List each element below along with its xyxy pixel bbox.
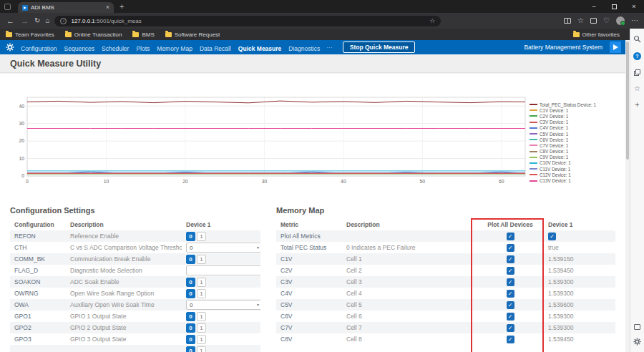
toggle-option-0[interactable]: 0 [186, 232, 195, 241]
line-chart[interactable]: 0102030400102030405060 [7, 92, 530, 187]
other-favorites[interactable]: Other favorites [573, 31, 638, 38]
legend-item[interactable]: C3V Device: 1 [530, 119, 615, 125]
nav-item-diagnostics[interactable]: Diagnostics [285, 45, 323, 52]
refresh-icon[interactable]: ↻ [34, 17, 40, 24]
device1-cell: 1.539300 [544, 278, 613, 285]
split-screen-icon[interactable] [564, 18, 571, 24]
toggle-option-1[interactable]: 1 [197, 289, 206, 298]
settings-gear-icon[interactable] [633, 338, 641, 346]
tab-close-icon[interactable]: × [106, 4, 109, 11]
plot-checkbox[interactable]: ✓ [507, 301, 514, 309]
forward-icon[interactable]: → [20, 17, 29, 25]
legend-item[interactable]: C4V Device: 1 [530, 125, 615, 131]
legend-item[interactable]: C7V Device: 1 [530, 142, 615, 148]
legend-item[interactable]: C12V Device: 1 [530, 172, 615, 177]
toggle-COMM_BK[interactable]: 01 [186, 255, 206, 264]
new-tab-button[interactable]: + [119, 2, 124, 11]
plot-checkbox[interactable]: ✓ [507, 255, 514, 263]
legend-item[interactable]: C9V Device: 1 [530, 155, 615, 160]
bookmark-folder[interactable]: Team Favorites [6, 31, 54, 38]
toggle-option-0[interactable]: 0 [186, 312, 195, 321]
profile-avatar[interactable] [616, 16, 625, 25]
nav-item-memory-map[interactable]: Memory Map [153, 45, 196, 52]
toggle-option-0[interactable]: 0 [186, 278, 195, 287]
select-CTH[interactable]: 0▼ [186, 243, 260, 253]
back-icon[interactable]: ← [6, 17, 15, 25]
browser-essentials-icon[interactable]: ♡ [603, 17, 610, 24]
config-description: GPIO 2 Output State [66, 324, 182, 331]
nav-overflow-icon[interactable]: ··· [323, 44, 336, 51]
plot-checkbox[interactable]: ✓ [507, 278, 514, 286]
workspaces-icon[interactable] [4, 4, 11, 10]
select-OWA[interactable]: 0▼ [186, 300, 260, 310]
more-menu-icon[interactable]: ··· [631, 17, 638, 24]
search-icon[interactable] [633, 35, 641, 43]
legend-item[interactable]: C2V Device: 1 [530, 113, 615, 119]
stop-quick-measure-button[interactable]: Stop Quick Measure [343, 41, 416, 53]
nav-item-quick-measure[interactable]: Quick Measure [235, 45, 285, 52]
legend-item[interactable]: Total_PEC_Status Device: 1 [530, 102, 615, 107]
favorites-icon[interactable]: ☆ [634, 85, 640, 92]
bookmark-folder[interactable]: Online Transaction [65, 31, 122, 38]
bookmark-folder[interactable]: Software Request [165, 31, 220, 38]
toggle-option-1[interactable]: 1 [197, 335, 206, 344]
toggle-row[interactable]: 01 [186, 346, 206, 352]
toggle-option-0[interactable]: 0 [186, 323, 195, 333]
toggle-option-1[interactable]: 1 [197, 312, 206, 321]
legend-item[interactable]: C5V Device: 1 [530, 131, 615, 137]
memory-map-panel: Memory Map Metric Description Plot All D… [276, 206, 615, 352]
bookmark-folder[interactable]: BMS [132, 31, 154, 38]
nav-item-sequences[interactable]: Sequences [61, 45, 99, 52]
plot-checkbox[interactable]: ✓ [507, 324, 514, 332]
browser-tab[interactable]: ADI BMS × [18, 2, 114, 13]
legend-item[interactable]: C1V Device: 1 [530, 107, 615, 113]
add-favorite-star-icon[interactable]: ☆ [429, 17, 435, 24]
toggle-option-1[interactable]: 1 [197, 232, 206, 241]
toggle-GPO1[interactable]: 01 [186, 312, 206, 321]
nav-item-scheduler[interactable]: Scheduler [98, 45, 132, 52]
toggle-OWRNG[interactable]: 01 [186, 289, 206, 298]
toggle-option-1[interactable]: 1 [197, 278, 206, 287]
device1-checkbox[interactable]: ✓ [548, 233, 556, 240]
plot-checkbox[interactable]: ✓ [507, 267, 514, 275]
collections-icon[interactable] [590, 18, 597, 24]
favorites-bar-icon[interactable]: ☆ [577, 17, 584, 24]
legend-item[interactable]: C11V Device: 1 [530, 166, 615, 172]
toggle-option-0[interactable]: 0 [186, 335, 195, 344]
plus-icon[interactable]: + [635, 102, 640, 109]
toggle-SOAKON[interactable]: 01 [186, 278, 206, 287]
legend-item[interactable]: C6V Device: 1 [530, 137, 615, 142]
toggle-option-0[interactable]: 0 [186, 346, 195, 352]
input-FLAG_D[interactable] [186, 265, 260, 275]
close-button[interactable]: × [624, 0, 644, 13]
scrollbar-thumb[interactable] [626, 41, 629, 160]
toggle-option-1[interactable]: 1 [197, 255, 206, 264]
toggle-GPO2[interactable]: 01 [186, 323, 206, 333]
toggle-GPO3[interactable]: 01 [186, 335, 206, 344]
help-icon[interactable]: ? [633, 52, 641, 60]
plot-checkbox[interactable]: ✓ [507, 290, 514, 298]
maximize-button[interactable] [604, 0, 624, 13]
plot-checkbox[interactable]: ✓ [507, 313, 514, 321]
nav-item-data-recall[interactable]: Data Recall [196, 45, 235, 52]
plot-checkbox[interactable]: ✓ [507, 233, 514, 240]
legend-item[interactable]: C8V Device: 1 [530, 149, 615, 155]
minimize-button[interactable]: – [584, 0, 604, 13]
plot-checkbox[interactable]: ✓ [507, 244, 514, 252]
nav-item-configuration[interactable]: Configuration [17, 45, 61, 52]
toggle-option-1[interactable]: 1 [197, 323, 206, 333]
layers-icon[interactable] [634, 69, 640, 76]
legend-item[interactable]: C13V Device: 1 [530, 177, 615, 183]
site-info-icon[interactable]: i [60, 18, 67, 24]
toggle-REFON[interactable]: 01 [186, 232, 206, 241]
legend-item[interactable]: C10V Device: 1 [530, 160, 615, 166]
plot-checkbox[interactable]: ✓ [507, 336, 514, 343]
address-bar[interactable]: i 127.0.0.1:5001/quick_meas ☆ [54, 16, 441, 26]
toggle-option-0[interactable]: 0 [186, 255, 195, 264]
toggle-option-0[interactable]: 0 [186, 289, 195, 298]
gear-icon[interactable] [6, 43, 14, 52]
toggle-option-1[interactable]: 1 [197, 346, 206, 352]
home-icon[interactable]: ⌂ [45, 17, 49, 24]
nav-item-plots[interactable]: Plots [132, 45, 153, 52]
screenshot-icon[interactable] [634, 324, 640, 330]
